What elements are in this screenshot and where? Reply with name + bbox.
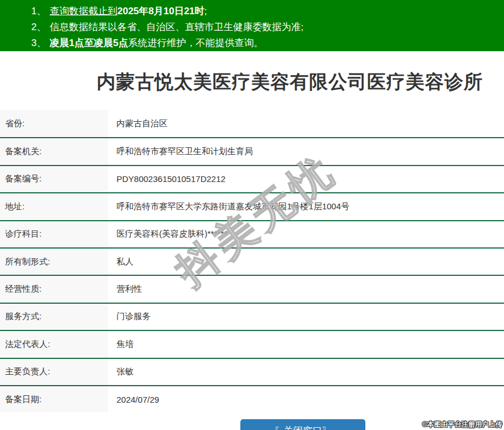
- table-row: 备案编号: PDY80023615010517D2212: [0, 165, 504, 192]
- row-label: 所有制形式:: [0, 249, 108, 275]
- notice-line-3: 3、凌晨1点至凌晨5点系统进行维护，不能提供查询。: [31, 35, 504, 51]
- table-row: 备案机关: 呼和浩特市赛罕区卫生和计划生育局: [0, 137, 504, 164]
- row-label: 备案日期:: [0, 386, 108, 412]
- row-value: 私人: [108, 249, 504, 275]
- close-window-button[interactable]: 〖关闭窗口〗: [240, 419, 365, 430]
- table-row: 省份: 内蒙古自治区: [0, 110, 504, 137]
- row-value: 呼和浩特市赛罕区大学东路街道嘉友城市花园1号楼1层1004号: [108, 193, 504, 220]
- page-title: 内蒙古悦太美医疗美容有限公司医疗美容诊所: [0, 51, 504, 110]
- notice-number: 3、: [31, 38, 46, 48]
- table-row: 经营性质: 营利性: [0, 275, 504, 302]
- row-label: 经营性质:: [0, 276, 108, 302]
- row-label: 法定代表人:: [0, 331, 108, 357]
- row-value: 焦培: [108, 331, 504, 357]
- row-label: 省份:: [0, 110, 108, 137]
- notice-tail-text: ;: [205, 6, 207, 16]
- notice-line-2: 2、信息数据结果以各省、自治区、直辖市卫生健康委数据为准;: [31, 19, 504, 35]
- row-value: 张敏: [108, 359, 504, 385]
- notice-line-1: 1、查询数据截止到2025年8月10日21时;: [31, 3, 504, 19]
- table-row: 所有制形式: 私人: [0, 247, 504, 275]
- record-table: 省份: 内蒙古自治区 备案机关: 呼和浩特市赛罕区卫生和计划生育局 备案编号: …: [0, 110, 504, 412]
- row-label: 备案机关:: [0, 138, 108, 164]
- notice-banner: 1、查询数据截止到2025年8月10日21时; 2、信息数据结果以各省、自治区、…: [0, 0, 504, 51]
- table-row: 法定代表人: 焦培: [0, 330, 504, 357]
- table-row: 主要负责人: 张敏: [0, 358, 504, 385]
- content: 1、查询数据截止到2025年8月10日21时; 2、信息数据结果以各省、自治区、…: [0, 0, 504, 430]
- row-value: 营利性: [108, 276, 504, 302]
- row-value: 门诊服务: [108, 304, 504, 330]
- corner-watermark: ©本图由平台注册用户上传: [422, 420, 502, 429]
- table-row: 地址: 呼和浩特市赛罕区大学东路街道嘉友城市花园1号楼1层1004号: [0, 192, 504, 220]
- table-row: 备案日期: 2024/07/29: [0, 385, 504, 412]
- notice-number: 2、: [31, 22, 46, 32]
- notice-underline-text: 查询数据截止到: [49, 6, 117, 16]
- row-label: 备案编号:: [0, 166, 108, 192]
- row-value: 内蒙古自治区: [108, 110, 504, 137]
- notice-bold-text: 凌晨1点至凌晨5点: [49, 38, 128, 48]
- row-value: 2024/07/29: [108, 386, 504, 412]
- row-label: 主要负责人:: [0, 359, 108, 385]
- row-value: 医疗美容科(美容皮肤科)******: [108, 221, 504, 247]
- notice-text: 信息数据结果以各省、自治区、直辖市卫生健康委数据为准;: [49, 22, 303, 32]
- table-row: 服务方式: 门诊服务: [0, 303, 504, 330]
- row-label: 地址:: [0, 193, 108, 220]
- row-label: 诊疗科目:: [0, 221, 108, 247]
- notice-number: 1、: [31, 6, 46, 16]
- notice-tail-text: 系统进行维护，不能提供查询。: [128, 38, 263, 48]
- row-value: PDY80023615010517D2212: [108, 166, 504, 192]
- table-row: 诊疗科目: 医疗美容科(美容皮肤科)******: [0, 220, 504, 247]
- row-value: 呼和浩特市赛罕区卫生和计划生育局: [108, 138, 504, 164]
- page: 1、查询数据截止到2025年8月10日21时; 2、信息数据结果以各省、自治区、…: [0, 0, 504, 430]
- notice-bold-text: 2025年8月10日21时: [117, 6, 204, 16]
- row-label: 服务方式:: [0, 304, 108, 330]
